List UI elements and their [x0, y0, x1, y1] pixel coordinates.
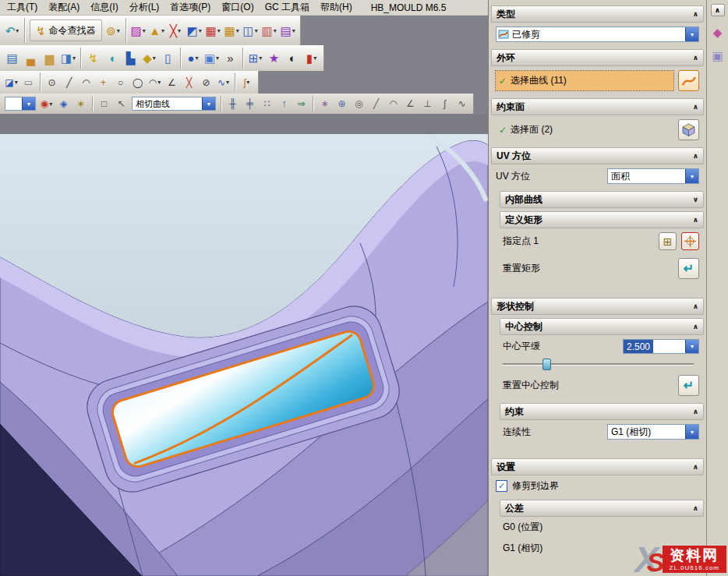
menu-item-7[interactable]: GC 工具箱 [260, 0, 315, 15]
dropdown-indicator-icon[interactable]: ▾ [72, 55, 76, 62]
dropdown-indicator-icon[interactable]: ▾ [246, 79, 249, 86]
section-header-tolerance[interactable]: 公差 ∧ [500, 500, 704, 517]
snap-square-icon[interactable]: ◪▾ [3, 75, 19, 90]
menu-item-2[interactable]: 装配(A) [43, 0, 85, 15]
gold-diamond-icon[interactable]: ◆▾ [140, 49, 158, 67]
dropdown-indicator-icon[interactable]: ▾ [226, 79, 229, 86]
trim-to-boundary-checkbox[interactable]: ✓ [496, 480, 507, 492]
sketch-icon[interactable]: ▨▾ [129, 22, 147, 40]
circle-point-icon[interactable]: ⊙ [44, 75, 60, 90]
studio-spline-icon[interactable]: ʃ▾ [239, 75, 255, 90]
shaded-sphere-icon[interactable]: ◐ [284, 49, 302, 67]
section-header-define-rectangle[interactable]: 定义矩形 ∧ [500, 211, 704, 228]
arrow-right-icon[interactable]: ⇒ [293, 96, 309, 111]
red-grid-icon[interactable]: ▦▾ [204, 22, 222, 40]
window-grid-icon[interactable]: ⊞▾ [246, 49, 264, 67]
snap-point-icon[interactable]: ◉▾ [38, 96, 55, 111]
arc-icon[interactable]: ◠ [78, 75, 94, 90]
diamond-snap-icon[interactable]: ◈ [55, 96, 72, 111]
slider-handle[interactable] [542, 359, 551, 370]
book-icon[interactable]: ▤ [3, 49, 21, 67]
point-dialog-button[interactable]: ⊞ [659, 232, 677, 250]
menu-item-9[interactable]: HB_MOULD M6.5 [366, 2, 452, 14]
dropdown-indicator-icon[interactable]: ▾ [153, 55, 156, 62]
lightning-icon[interactable]: ↯ [84, 49, 102, 67]
menu-item-6[interactable]: 窗口(O) [216, 0, 259, 15]
section-header-shape-control[interactable]: 形状控制 ∧ [491, 298, 704, 315]
section-header-type[interactable]: 类型 ∧ [491, 5, 704, 23]
dropdown-indicator-icon[interactable]: ▾ [49, 101, 52, 108]
boxed-square-icon[interactable]: ▣▾ [203, 49, 221, 67]
command-finder-button[interactable]: ↯命令查找器 [30, 19, 102, 41]
line2-icon[interactable]: ╱ [368, 96, 384, 111]
square-outline-icon[interactable]: □ [96, 96, 112, 111]
section-header-center-control[interactable]: 中心控制 ∧ [500, 318, 704, 335]
face-select-button[interactable] [678, 119, 699, 140]
dropdown-indicator-icon[interactable]: ▾ [217, 27, 221, 34]
cone-icon[interactable]: ▲▾ [148, 22, 166, 40]
dropdown-arrow-icon[interactable]: ▼ [22, 97, 35, 110]
dropdown-arrow-icon[interactable]: ▼ [685, 169, 698, 183]
sheet-grid-icon[interactable]: ▥▾ [260, 22, 278, 40]
dropdown-indicator-icon[interactable]: ▾ [161, 27, 164, 34]
up-level-icon[interactable]: ↑ [276, 96, 292, 111]
dropdown-indicator-icon[interactable]: ▾ [16, 27, 19, 34]
fillet-icon[interactable]: ◠▾ [147, 75, 163, 90]
uv-orientation-combo[interactable]: 面积 ▼ [607, 168, 699, 184]
menu-item-5[interactable]: 首选项(P) [164, 0, 216, 15]
arrow-corner-icon[interactable]: ↖ [113, 96, 129, 111]
section-header-constraints[interactable]: 约束 ∧ [500, 403, 704, 420]
violet-sheet-icon[interactable]: ▤▾ [279, 22, 297, 40]
gem-icon[interactable]: ◆ [709, 24, 726, 41]
circle-icon[interactable]: ○ [112, 75, 129, 90]
dropdown-indicator-icon[interactable]: ▾ [313, 55, 316, 62]
flashlight-icon[interactable]: ⊚▾ [104, 22, 122, 40]
flat-rect-icon[interactable]: ▭ [20, 75, 37, 90]
divide-icon[interactable]: ⊘ [198, 75, 214, 90]
panel-icon[interactable]: ◫▾ [242, 22, 260, 40]
section-header-settings[interactable]: 设置 ∧ [491, 458, 704, 475]
dropdown-arrow-icon[interactable]: ▼ [202, 97, 215, 110]
selection-scope-combo[interactable]: ▼ [5, 97, 36, 111]
stack-icon[interactable]: ▆ [41, 49, 58, 67]
star-snap-icon[interactable]: ∗ [316, 96, 333, 111]
block-icon[interactable]: ◩▾ [186, 22, 203, 40]
dropdown-indicator-icon[interactable]: ▾ [236, 27, 239, 34]
center-smooth-input[interactable]: 2.500 ▼ [623, 339, 699, 354]
dotted-circle-icon[interactable]: ◎ [351, 96, 367, 111]
undo-icon[interactable]: ↶▾ [3, 22, 21, 40]
star-icon[interactable]: ★ [265, 49, 283, 67]
sine-icon[interactable]: ∿ [454, 96, 470, 111]
angle2-icon[interactable]: ∠ [402, 96, 419, 111]
asterisk-snap-icon[interactable]: ∗ [72, 96, 89, 111]
card-icon[interactable]: ▯ [159, 49, 177, 67]
delete-face-icon[interactable]: ╳▾ [167, 22, 185, 40]
dropdown-indicator-icon[interactable]: ▾ [199, 27, 202, 34]
dropdown-indicator-icon[interactable]: ▾ [178, 27, 181, 34]
integral-icon[interactable]: ʃ [436, 96, 453, 111]
half-block-icon[interactable]: ◨▾ [59, 49, 77, 67]
type-combo[interactable]: 已修剪 ▼ [496, 27, 699, 42]
menu-item-8[interactable]: 帮助(H) [315, 0, 358, 15]
half-circle-icon[interactable]: ◖ [103, 49, 121, 67]
dropdown-indicator-icon[interactable]: ▾ [196, 55, 199, 62]
dropdown-arrow-icon[interactable]: ▼ [685, 27, 698, 41]
corner-block-icon[interactable]: ▙ [122, 49, 140, 67]
hierarchy-icon[interactable]: ∷ [259, 96, 275, 111]
point-constructor-button[interactable] [681, 232, 699, 250]
palette-icon[interactable]: ▣ [709, 48, 726, 65]
red-cylinder-icon[interactable]: ▮▾ [302, 49, 320, 67]
select-curve-row[interactable]: ✓ 选择曲线 (11) [496, 71, 673, 90]
cylinder-icon[interactable]: ▄ [22, 49, 40, 67]
dropdown-arrow-icon[interactable]: ▼ [685, 425, 698, 439]
dropdown-indicator-icon[interactable]: ▾ [274, 27, 277, 34]
dropdown-indicator-icon[interactable]: ▾ [216, 55, 219, 62]
viewport-3d[interactable] [0, 134, 488, 576]
dropdown-indicator-icon[interactable]: ▾ [259, 55, 262, 62]
curve-rule-combo[interactable]: 相切曲线▼ [132, 97, 216, 111]
spline-icon[interactable]: ∿▾ [215, 75, 231, 90]
dropdown-indicator-icon[interactable]: ▾ [292, 27, 295, 34]
select-face-row[interactable]: ✓ 选择面 (2) [496, 120, 673, 140]
dropdown-indicator-icon[interactable]: ▾ [117, 27, 120, 34]
menu-item-1[interactable]: 工具(T) [2, 0, 43, 15]
